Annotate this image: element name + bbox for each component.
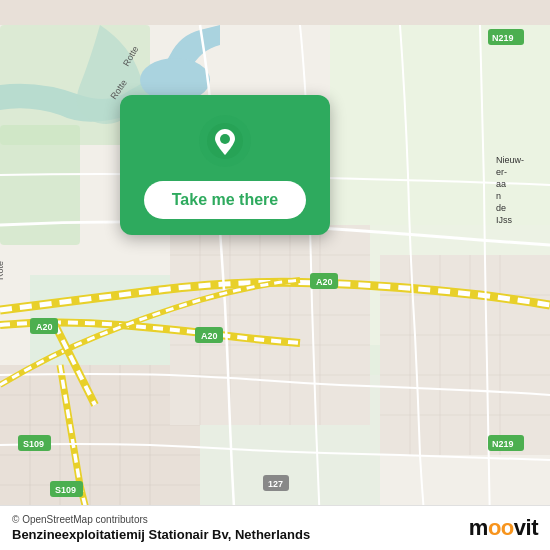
svg-text:N219: N219 — [492, 33, 514, 43]
svg-text:er-: er- — [496, 167, 507, 177]
osm-attribution: © OpenStreetMap contributors — [12, 514, 310, 525]
svg-text:S109: S109 — [55, 485, 76, 495]
svg-text:aa: aa — [496, 179, 506, 189]
svg-text:A20: A20 — [316, 277, 333, 287]
moovit-brand-text: moovit — [469, 515, 538, 541]
location-card: Take me there — [120, 95, 330, 235]
svg-point-66 — [220, 134, 230, 144]
svg-rect-2 — [0, 125, 80, 245]
map-background: Rotte Rotte A20 A20 A20 S109 S109 N219 N… — [0, 0, 550, 550]
svg-text:A20: A20 — [36, 322, 53, 332]
moovit-logo: moovit — [469, 515, 538, 541]
svg-text:Nieuw-: Nieuw- — [496, 155, 524, 165]
svg-text:S109: S109 — [23, 439, 44, 449]
svg-text:A20: A20 — [201, 331, 218, 341]
svg-text:N219: N219 — [492, 439, 514, 449]
bottom-bar: © OpenStreetMap contributors Benzineexpl… — [0, 505, 550, 550]
location-name: Benzineexploitatiemij Stationair Bv, Net… — [12, 527, 310, 542]
svg-text:de: de — [496, 203, 506, 213]
map-container: Rotte Rotte A20 A20 A20 S109 S109 N219 N… — [0, 0, 550, 550]
svg-text:127: 127 — [268, 479, 283, 489]
svg-text:Rote: Rote — [0, 261, 5, 280]
bottom-info: © OpenStreetMap contributors Benzineexpl… — [12, 514, 310, 542]
take-me-there-button[interactable]: Take me there — [144, 181, 306, 219]
svg-text:IJss: IJss — [496, 215, 513, 225]
svg-text:n: n — [496, 191, 501, 201]
location-pin-icon — [199, 115, 251, 167]
svg-rect-3 — [330, 25, 550, 225]
